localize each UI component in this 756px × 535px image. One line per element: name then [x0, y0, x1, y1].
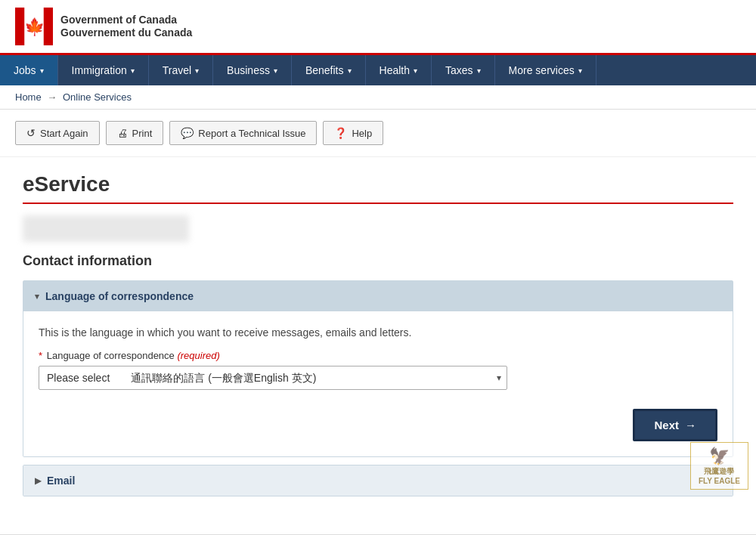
nav-health-chevron: ▾ — [414, 66, 417, 75]
toolbar: ↺ Start Again 🖨 Print 💬 Report a Technic… — [0, 110, 756, 157]
language-label-text: Language of correspondence — [47, 350, 175, 361]
print-label: Print — [132, 128, 153, 139]
nav-more-services-label: More services — [509, 64, 575, 76]
next-label: Next — [654, 419, 679, 431]
nav-jobs-label: Jobs — [14, 64, 36, 76]
nav-immigration-label: Immigration — [72, 64, 127, 76]
email-accordion-header[interactable]: ▶ Email — [23, 465, 733, 496]
nav-more-services-chevron: ▾ — [578, 66, 582, 75]
help-label: Help — [352, 128, 372, 139]
language-accordion-body: This is the language in which you want t… — [23, 311, 733, 456]
language-select-wrapper: Please select 通訊聯絡的語言 (一般會選English 英文) E… — [39, 366, 507, 390]
nav-taxes[interactable]: Taxes ▾ — [432, 55, 495, 85]
print-icon: 🖨 — [117, 127, 128, 139]
required-text: (required) — [177, 350, 219, 361]
next-button-area: Next → — [39, 409, 717, 441]
help-button[interactable]: ❓ Help — [323, 121, 383, 145]
nav-taxes-chevron: ▾ — [477, 66, 481, 75]
nav-benefits[interactable]: Benefits ▾ — [292, 55, 366, 85]
breadcrumb-home[interactable]: Home — [15, 91, 42, 103]
language-accordion-header[interactable]: ▾ Language of correspondence — [23, 281, 733, 311]
main-nav: Jobs ▾ Immigration ▾ Travel ▾ Business ▾… — [0, 55, 756, 85]
nav-business[interactable]: Business ▾ — [213, 55, 292, 85]
nav-health[interactable]: Health ▾ — [366, 55, 432, 85]
report-issue-button[interactable]: 💬 Report a Technical Issue — [169, 121, 317, 145]
breadcrumb-arrow: → — [47, 91, 57, 103]
contact-info-title: Contact information — [23, 253, 733, 269]
logo: 🍁 Government of Canada Gouvernement du C… — [15, 8, 192, 45]
nav-more-services[interactable]: More services ▾ — [495, 55, 596, 85]
nav-travel-chevron: ▾ — [195, 66, 199, 75]
nav-jobs[interactable]: Jobs ▾ — [0, 55, 58, 85]
email-accordion-title: Email — [47, 475, 75, 487]
next-arrow-icon: → — [685, 419, 696, 431]
page-title: eService — [23, 172, 733, 204]
required-star: * — [39, 350, 42, 361]
start-again-label: Start Again — [40, 128, 88, 139]
nav-jobs-chevron: ▾ — [40, 66, 44, 75]
nav-health-label: Health — [380, 64, 410, 76]
language-accordion: ▾ Language of correspondence This is the… — [23, 280, 733, 457]
email-accordion-chevron: ▶ — [35, 476, 41, 486]
canada-flag-icon: 🍁 — [15, 8, 53, 45]
email-accordion: ▶ Email — [23, 465, 733, 496]
blurred-section — [23, 215, 189, 242]
gov-name-en: Government of Canada — [60, 14, 192, 26]
nav-business-label: Business — [227, 64, 270, 76]
main-content: eService Contact information ▾ Language … — [0, 157, 756, 519]
breadcrumb-online-services[interactable]: Online Services — [63, 91, 132, 103]
nav-taxes-label: Taxes — [445, 64, 473, 76]
refresh-icon: ↺ — [26, 127, 36, 139]
nav-travel[interactable]: Travel ▾ — [149, 55, 213, 85]
nav-immigration-chevron: ▾ — [131, 66, 135, 75]
language-accordion-title: Language of correspondence — [45, 290, 194, 302]
nav-travel-label: Travel — [163, 64, 191, 76]
language-accordion-chevron: ▾ — [35, 292, 39, 302]
language-select[interactable]: Please select 通訊聯絡的語言 (一般會選English 英文) E… — [39, 366, 507, 390]
gov-name-fr: Gouvernement du Canada — [60, 26, 192, 39]
header: 🍁 Government of Canada Gouvernement du C… — [0, 0, 756, 55]
government-name: Government of Canada Gouvernement du Can… — [60, 14, 192, 39]
report-issue-label: Report a Technical Issue — [198, 128, 305, 139]
print-button[interactable]: 🖨 Print — [106, 121, 164, 145]
language-field-label: * Language of correspondence (required) — [39, 350, 717, 361]
help-icon: ❓ — [334, 127, 347, 139]
nav-benefits-chevron: ▾ — [348, 66, 352, 75]
nav-business-chevron: ▾ — [274, 66, 277, 75]
next-button[interactable]: Next → — [633, 409, 717, 441]
svg-text:🍁: 🍁 — [24, 17, 45, 37]
language-description: This is the language in which you want t… — [39, 326, 717, 339]
svg-rect-1 — [44, 8, 54, 45]
breadcrumb: Home → Online Services — [0, 85, 756, 110]
nav-immigration[interactable]: Immigration ▾ — [58, 55, 149, 85]
chat-icon: 💬 — [181, 127, 194, 139]
start-again-button[interactable]: ↺ Start Again — [15, 121, 100, 145]
nav-benefits-label: Benefits — [305, 64, 344, 76]
